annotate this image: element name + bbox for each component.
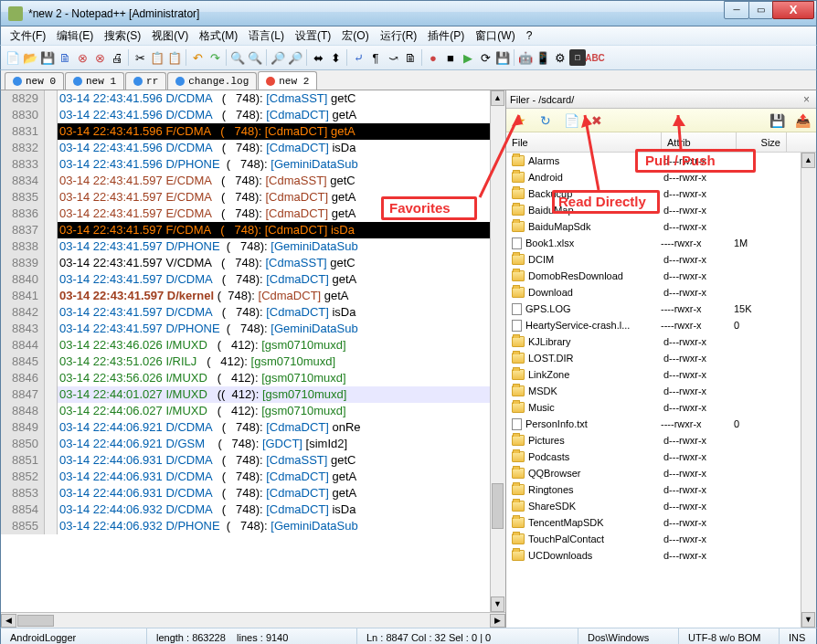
spellcheck-icon[interactable]: ABC (587, 49, 603, 66)
replace-icon[interactable]: 🔍 (247, 49, 263, 66)
menu-item[interactable]: 窗口(W) (470, 26, 520, 46)
closefile-icon[interactable]: ⊗ (74, 49, 90, 66)
filer-scroll-down-icon[interactable]: ▼ (801, 612, 815, 628)
menu-item[interactable]: ? (521, 27, 538, 44)
code-line[interactable]: 884003-14 22:43:41.597 D/CDMA ( 748): [C… (1, 271, 505, 288)
fold-margin[interactable] (45, 123, 58, 140)
code-line[interactable]: 883103-14 22:43:41.596 F/CDMA ( 748): [C… (1, 123, 505, 140)
maximize-button[interactable]: ▭ (748, 1, 773, 19)
file-row[interactable]: GPS.LOG----rwxr-x15K (506, 301, 816, 317)
fold-margin[interactable] (45, 255, 58, 271)
fold-margin[interactable] (45, 90, 58, 107)
code-line[interactable]: 884803-14 22:44:06.027 I/MUXD ( 412): [g… (1, 403, 505, 419)
filer-scroll-up-icon[interactable]: ▲ (801, 153, 815, 168)
undo-icon[interactable]: ↶ (189, 49, 206, 66)
filer-titlebar[interactable]: Filer - /sdcard/ × (506, 90, 816, 109)
file-row[interactable]: LinkZoned---rwxr-x (506, 366, 816, 383)
fold-margin[interactable] (45, 370, 58, 386)
android-icon[interactable]: 🤖 (517, 49, 534, 66)
code-content[interactable]: 03-14 22:44:06.931 D/CDMA ( 748): [CdmaS… (58, 452, 505, 469)
open-icon[interactable]: 📂 (22, 49, 38, 66)
code-content[interactable]: 03-14 22:43:41.597 D/CDMA ( 748): [CdmaD… (58, 304, 505, 321)
sync-icon[interactable]: ⬌ (310, 49, 326, 66)
file-row[interactable]: Ringtonesd---rwxr-x (506, 481, 816, 498)
menu-item[interactable]: 搜索(S) (99, 26, 146, 46)
refresh-icon[interactable]: ↻ (537, 112, 554, 129)
fold-margin[interactable] (45, 452, 58, 469)
file-row[interactable]: BaiduMapSdkd---rwxr-x (506, 218, 816, 235)
code-content[interactable]: 03-14 22:43:51.026 I/RILJ ( 412): [gsm07… (58, 354, 505, 370)
fold-margin[interactable] (45, 173, 58, 189)
code-content[interactable]: 03-14 22:43:41.596 D/CDMA ( 748): [CdmaS… (58, 90, 505, 107)
titlebar[interactable]: *new 2 - Notepad++ [Administrator] ─ ▭ X (0, 0, 817, 26)
explorer-icon[interactable]: □ (569, 49, 586, 66)
code-content[interactable]: 03-14 22:44:06.027 I/MUXD ( 412): [gsm07… (58, 403, 505, 419)
filer-vscroll[interactable]: ▲ ▼ (801, 153, 816, 628)
zoomout-icon[interactable]: 🔎 (287, 49, 303, 66)
code-content[interactable]: 03-14 22:44:06.921 D/CDMA ( 748): [CdmaD… (58, 419, 505, 436)
lang-icon[interactable]: 🗎 (402, 49, 419, 66)
fold-margin[interactable] (45, 107, 58, 123)
macro-save-icon[interactable]: 💾 (494, 49, 511, 66)
tab[interactable]: new 0 (5, 72, 64, 90)
menu-item[interactable]: 运行(R) (375, 26, 423, 46)
code-content[interactable]: 03-14 22:43:41.597 D/kernel ( 748): [Cdm… (58, 288, 505, 304)
fold-margin[interactable] (45, 271, 58, 288)
fold-margin[interactable] (45, 321, 58, 337)
filer-list[interactable]: Alarmsd---rwxr-xAndroidd---rwxr-xBackucu… (506, 153, 816, 628)
indent-icon[interactable]: ⤻ (385, 49, 401, 66)
fold-margin[interactable] (45, 156, 58, 173)
code-content[interactable]: 03-14 22:43:41.596 D/PHONE ( 748): [Gemi… (58, 156, 505, 173)
file-row[interactable]: KJLibraryd---rwxr-x (506, 333, 816, 350)
close-button[interactable]: X (772, 1, 814, 19)
code-line[interactable]: 885003-14 22:44:06.921 D/GSM ( 748): [GD… (1, 436, 505, 452)
scroll-hthumb[interactable] (17, 615, 54, 627)
code-content[interactable]: 03-14 22:43:41.597 D/PHONE ( 748): [Gemi… (58, 321, 505, 337)
wrap-icon[interactable]: ⤶ (350, 49, 366, 66)
fold-margin[interactable] (45, 436, 58, 452)
fold-margin[interactable] (45, 403, 58, 419)
pull-icon[interactable]: 💾 (769, 112, 785, 129)
code-content[interactable]: 03-14 22:44:06.932 D/PHONE ( 748): [Gemi… (58, 518, 505, 534)
code-line[interactable]: 885503-14 22:44:06.932 D/PHONE ( 748): [… (1, 518, 505, 534)
code-content[interactable]: 03-14 22:44:01.027 I/MUXD (( 412): [gsm0… (58, 386, 505, 403)
code-line[interactable]: 884903-14 22:44:06.921 D/CDMA ( 748): [C… (1, 419, 505, 436)
file-row[interactable]: Picturesd---rwxr-x (506, 432, 816, 449)
code-line[interactable]: 882903-14 22:43:41.596 D/CDMA ( 748): [C… (1, 90, 505, 107)
filer-close-icon[interactable]: × (801, 93, 812, 106)
code-line[interactable]: 885203-14 22:44:06.931 D/CDMA ( 748): [C… (1, 469, 505, 485)
file-row[interactable]: TencentMapSDKd---rwxr-x (506, 514, 816, 531)
fold-margin[interactable] (45, 140, 58, 156)
zoomin-icon[interactable]: 🔎 (270, 49, 286, 66)
paste-icon[interactable]: 📋 (166, 49, 183, 66)
tab[interactable]: change.log (167, 72, 257, 90)
code-content[interactable]: 03-14 22:43:41.597 F/CDMA ( 748): [CdmaD… (58, 222, 505, 238)
filter-icon[interactable]: ⚙ (552, 49, 568, 66)
menu-item[interactable]: 插件(P) (422, 26, 470, 46)
editor[interactable]: 882903-14 22:43:41.596 D/CDMA ( 748): [C… (1, 90, 505, 628)
menu-item[interactable]: 设置(T) (290, 26, 336, 46)
code-line[interactable]: 883803-14 22:43:41.597 D/PHONE ( 748): [… (1, 238, 505, 255)
print-icon[interactable]: 🖨 (109, 49, 125, 66)
code-line[interactable]: 885103-14 22:44:06.931 D/CDMA ( 748): [C… (1, 452, 505, 469)
macro-stop-icon[interactable]: ■ (442, 49, 459, 66)
file-row[interactable]: QQBrowserd---rwxr-x (506, 465, 816, 481)
fold-margin[interactable] (45, 337, 58, 354)
code-content[interactable]: 03-14 22:43:41.597 V/CDMA ( 748): [CdmaS… (58, 255, 505, 271)
tab[interactable]: rr (125, 72, 166, 90)
macro-play-icon[interactable]: ▶ (460, 49, 476, 66)
scroll-up-icon[interactable]: ▲ (491, 90, 504, 106)
code-line[interactable]: 885403-14 22:44:06.932 D/CDMA ( 748): [C… (1, 501, 505, 518)
code-content[interactable]: 03-14 22:44:06.932 D/CDMA ( 748): [CdmaD… (58, 501, 505, 518)
code-content[interactable]: 03-14 22:43:41.597 E/CDMA ( 748): [CdmaS… (58, 173, 505, 189)
file-row[interactable]: LOST.DIRd---rwxr-x (506, 350, 816, 366)
saveall-icon[interactable]: 🗎 (57, 49, 73, 66)
code-content[interactable]: 03-14 22:43:41.596 F/CDMA ( 748): [CdmaD… (58, 123, 505, 140)
minimize-button[interactable]: ─ (724, 1, 749, 19)
file-row[interactable]: UCDownloadsd---rwxr-x (506, 547, 816, 564)
fold-margin[interactable] (45, 469, 58, 485)
fold-margin[interactable] (45, 419, 58, 436)
file-row[interactable]: TouchPalContactd---rwxr-x (506, 531, 816, 547)
file-row[interactable]: DCIMd---rwxr-x (506, 251, 816, 268)
code-content[interactable]: 03-14 22:43:46.026 I/MUXD ( 412): [gsm07… (58, 337, 505, 354)
